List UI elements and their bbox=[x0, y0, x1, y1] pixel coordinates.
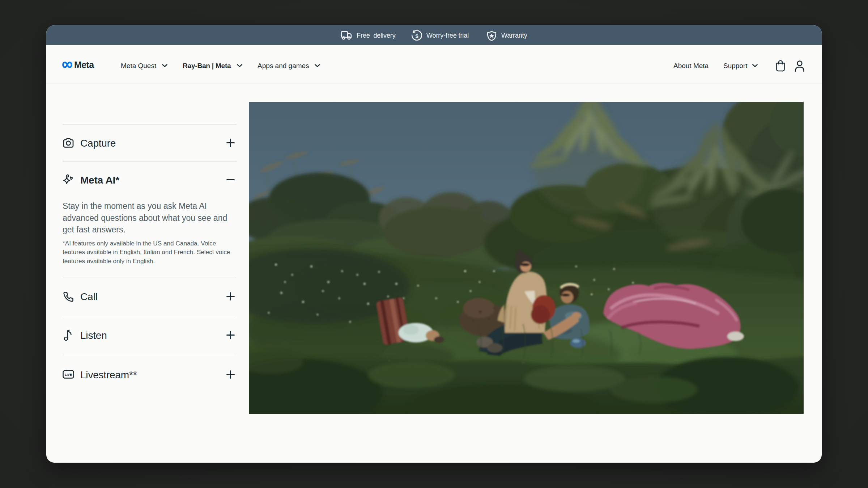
svg-text:LIVE: LIVE bbox=[65, 373, 72, 376]
